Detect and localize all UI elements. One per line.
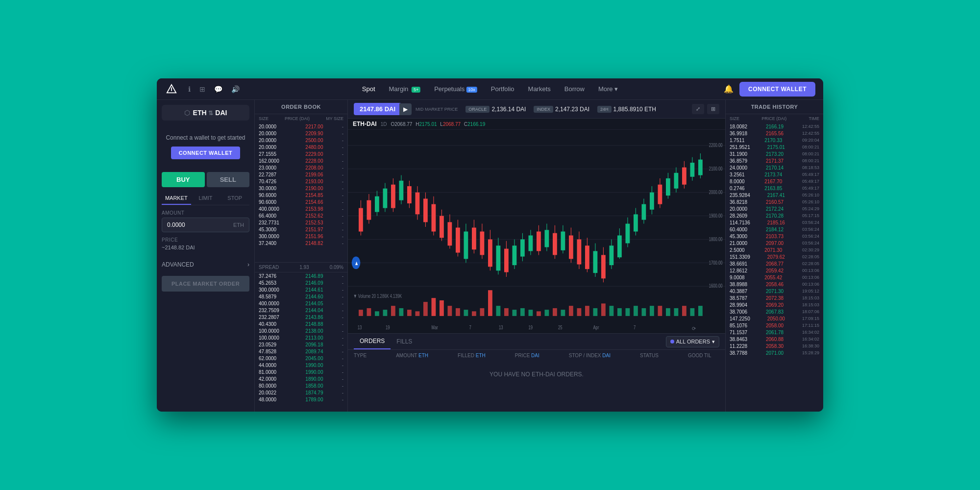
ob-bid-row[interactable]: 81.00001990.00- xyxy=(255,368,347,375)
svg-text:7: 7 xyxy=(634,324,636,331)
chart-control-settings[interactable]: ⊞ xyxy=(707,104,719,114)
ob-bid-row[interactable]: 47.85282089.74- xyxy=(255,348,347,355)
ob-ask-row[interactable]: 300.00002151.96- xyxy=(255,233,347,240)
svg-rect-121 xyxy=(513,310,517,316)
ob-ask-row[interactable]: 37.24002148.82- xyxy=(255,240,347,246)
buy-button[interactable]: BUY xyxy=(162,172,205,187)
nav-portfolio[interactable]: Portfolio xyxy=(485,82,520,96)
svg-rect-117 xyxy=(480,308,485,316)
ob-bid-row[interactable]: 62.00002045.00- xyxy=(255,355,347,362)
connect-wallet-small-button[interactable]: CONNECT WALLET xyxy=(171,147,241,159)
ob-bid-row[interactable]: 37.24762146.89- xyxy=(255,272,347,279)
nav-spot[interactable]: Spot xyxy=(356,82,381,96)
ob-ask-row[interactable]: 90.60002154.85- xyxy=(255,192,347,198)
ob-bid-row[interactable]: 44.00001990.00- xyxy=(255,362,347,368)
svg-rect-113 xyxy=(448,306,452,316)
volume-icon[interactable]: 🔊 xyxy=(229,83,242,95)
ob-ask-row[interactable]: 70.47262193.00- xyxy=(255,178,347,185)
ob-bid-row[interactable]: 232.75092144.04- xyxy=(255,307,347,314)
mid-price: 2147.86 DAI xyxy=(354,103,401,115)
app-window: ℹ ⊞ 💬 🔊 Spot Margin 5+ Perpetuals10x Por… xyxy=(157,78,823,412)
ob-ask-row[interactable]: 22.72872199.06- xyxy=(255,171,347,178)
trade-history-row: 36.85792171.3708:00:21 xyxy=(726,157,823,164)
connect-wallet-button[interactable]: CONNECT WALLET xyxy=(739,82,815,97)
trade-history-row: 28.26092170.2805:17:15 xyxy=(726,212,823,219)
ob-ask-row[interactable]: 20.00002500.00- xyxy=(255,137,347,144)
svg-text:1600.00: 1600.00 xyxy=(709,283,723,289)
ob-ask-row[interactable]: 90.60002154.66- xyxy=(255,198,347,205)
nav-more[interactable]: More ▾ xyxy=(592,82,624,96)
ob-bid-row[interactable]: 40.43002148.88- xyxy=(255,320,347,327)
trade-history-row: 114.71362185.1603:56:24 xyxy=(726,219,823,226)
svg-text:13: 13 xyxy=(499,324,503,331)
ob-ask-row[interactable]: 30.00002190.00- xyxy=(255,185,347,192)
ob-bid-row[interactable]: 100.00002138.00- xyxy=(255,327,347,334)
ob-bid-row[interactable]: 300.00002144.61- xyxy=(255,286,347,293)
ob-ask-row[interactable]: 45.30002151.97- xyxy=(255,226,347,233)
ob-ask-row[interactable]: 400.00002153.98- xyxy=(255,205,347,212)
trade-history-row: 24.00002170.1408:18:53 xyxy=(726,164,823,171)
nav-margin[interactable]: Margin 5+ xyxy=(383,82,427,96)
trade-history-row: 38.89882058.4600:13:06 xyxy=(726,281,823,288)
advanced-row[interactable]: ADVANCED › xyxy=(157,257,254,272)
ob-bid-row[interactable]: 23.05292096.18- xyxy=(255,341,347,348)
ob-bid-row[interactable]: 48.00001789.00- xyxy=(255,396,347,403)
svg-rect-111 xyxy=(432,298,436,316)
ob-ask-row[interactable]: 20.00002480.00- xyxy=(255,144,347,150)
svg-rect-138 xyxy=(650,306,654,316)
nav-markets[interactable]: Markets xyxy=(522,82,557,96)
vol-info: 24H 1,885.8910 ETH xyxy=(597,106,656,113)
ob-ask-row[interactable]: 66.40002152.62- xyxy=(255,212,347,219)
ob-bid-row[interactable]: 45.26532146.09- xyxy=(255,279,347,286)
nav-perpetuals[interactable]: Perpetuals10x xyxy=(428,82,483,96)
ob-ask-row[interactable]: 20.00002209.90- xyxy=(255,130,347,137)
info-icon[interactable]: ℹ xyxy=(186,83,193,95)
chat-icon[interactable]: 💬 xyxy=(212,83,224,95)
svg-rect-114 xyxy=(456,308,460,316)
svg-rect-103 xyxy=(367,308,371,316)
svg-text:Apr: Apr xyxy=(593,324,600,331)
pair-selector[interactable]: ⬡ ETH ⇅ DAI xyxy=(162,105,249,121)
ob-bid-row[interactable]: 232.28072143.86- xyxy=(255,314,347,320)
svg-text:13: 13 xyxy=(358,324,362,331)
ob-ask-row[interactable]: 23.00002208.00- xyxy=(255,164,347,171)
orders-tab-orders[interactable]: ORDERS xyxy=(354,334,391,349)
trade-history-row: 147.22502050.0017:09:15 xyxy=(726,315,823,322)
svg-rect-120 xyxy=(504,308,509,316)
svg-rect-118 xyxy=(488,290,492,316)
order-form: AMOUNT 0.0000 ETH PRICE ~2148.82 DAI xyxy=(157,205,254,257)
ob-ask-row[interactable]: 20.00002217.00- xyxy=(255,123,347,130)
ob-bid-row[interactable]: 48.58792144.60- xyxy=(255,293,347,300)
ob-ask-row[interactable]: 232.77312152.53- xyxy=(255,219,347,226)
margin-badge: 5+ xyxy=(412,87,420,93)
trade-history-row: 71.15372061.7816:34:02 xyxy=(726,329,823,336)
ob-bid-row[interactable]: 20.00221874.79- xyxy=(255,389,347,396)
ob-bid-row[interactable]: 80.00001858.00- xyxy=(255,382,347,389)
ob-bid-row[interactable]: 42.00001890.00- xyxy=(255,375,347,382)
place-order-button[interactable]: PLACE MARKET ORDER xyxy=(162,276,249,292)
order-tab-limit[interactable]: LIMIT xyxy=(191,192,220,205)
svg-rect-107 xyxy=(399,308,404,316)
nav-borrow[interactable]: Borrow xyxy=(559,82,590,96)
svg-rect-141 xyxy=(674,308,679,316)
trade-history-row: 18.00822166.1912:42:55 xyxy=(726,123,823,130)
order-tab-stop[interactable]: STOP xyxy=(220,192,249,205)
orders-tab-fills[interactable]: FILLS xyxy=(391,334,418,349)
ob-ask-row[interactable]: 162.00002228.00- xyxy=(255,157,347,164)
chart-header: 2147.86 DAI ▶ MID MARKET PRICE ORACLE 2,… xyxy=(348,100,725,119)
trade-history-row: 12.86122059.4200:13:06 xyxy=(726,267,823,274)
all-orders-select[interactable]: ALL ORDERS ▾ xyxy=(666,336,719,347)
amount-input[interactable]: 0.0000 ETH xyxy=(162,218,249,232)
ob-bid-row[interactable]: 100.00002113.00- xyxy=(255,334,347,341)
order-tab-market[interactable]: MARKET xyxy=(162,192,191,205)
chart-control-expand[interactable]: ⤢ xyxy=(692,104,704,114)
trade-history-row: 38.57872072.3818:15:03 xyxy=(726,294,823,301)
chart-reset-icon[interactable]: ⟳ xyxy=(692,326,696,331)
ob-ask-row[interactable]: 27.15552229.00- xyxy=(255,150,347,157)
grid-icon[interactable]: ⊞ xyxy=(197,83,207,95)
chart-body: 2200.00 2100.00 2000.00 1900.00 1800.00 … xyxy=(348,130,725,333)
ob-bid-row[interactable]: 400.00002144.05- xyxy=(255,300,347,307)
trade-history-row: 21.00002097.0003:56:24 xyxy=(726,240,823,246)
bell-icon[interactable]: 🔔 xyxy=(724,84,734,94)
sell-button[interactable]: SELL xyxy=(207,172,250,187)
